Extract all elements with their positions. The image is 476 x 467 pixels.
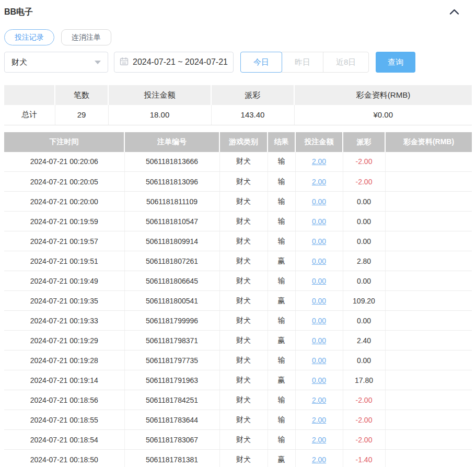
cell-result: 输 xyxy=(268,271,295,291)
cell-bonus xyxy=(385,351,472,370)
panel-header: BB电子 xyxy=(4,0,472,18)
game-select[interactable]: 财犬 xyxy=(4,52,108,73)
cell-bonus xyxy=(385,311,472,331)
cell-game-type: 财犬 xyxy=(219,192,268,212)
bet-amount-link[interactable]: 2.00 xyxy=(312,416,326,424)
bet-amount-link[interactable]: 0.00 xyxy=(312,317,326,325)
bet-amount-link[interactable]: 0.00 xyxy=(312,257,326,265)
cell-bonus xyxy=(385,450,472,467)
cell-bet-amount: 0.00 xyxy=(295,331,343,351)
header-result: 结果 xyxy=(268,132,295,152)
quick-date-group: 今日 昨日 近8日 xyxy=(240,52,369,73)
cell-bet-amount: 0.00 xyxy=(295,291,343,311)
cell-bet-time: 2024-07-21 00:19:49 xyxy=(4,271,124,291)
cell-bonus xyxy=(385,430,472,450)
cell-order-number: 5061181809914 xyxy=(124,231,219,251)
summary-header-count: 笔数 xyxy=(55,85,108,105)
bet-amount-link[interactable]: 0.00 xyxy=(312,237,326,246)
header-game-type: 游戏类别 xyxy=(219,132,268,152)
summary-header-row: 笔数 投注金额 派彩 彩金资料(RMB) xyxy=(4,85,472,105)
cell-payout: 109.20 xyxy=(343,291,385,311)
cell-payout: -2.00 xyxy=(343,172,385,192)
cell-result: 输 xyxy=(268,430,295,450)
date-range-input[interactable]: 2024-07-21 ~ 2024-07-21 xyxy=(114,52,234,73)
bet-amount-link[interactable]: 0.00 xyxy=(312,376,326,384)
quick-date-today-button[interactable]: 今日 xyxy=(240,52,282,73)
cell-bonus xyxy=(385,410,472,430)
cell-game-type: 财犬 xyxy=(219,291,268,311)
bet-amount-link[interactable]: 0.00 xyxy=(312,217,326,226)
cell-result: 赢 xyxy=(268,251,295,271)
tab-bar: 投注记录 连消注单 xyxy=(4,29,472,45)
bet-amount-link[interactable]: 0.00 xyxy=(312,277,326,285)
tab-bet-records[interactable]: 投注记录 xyxy=(4,29,54,45)
cell-order-number: 5061181811109 xyxy=(124,192,219,212)
tab-void-orders[interactable]: 连消注单 xyxy=(61,29,111,45)
summary-total-row: 总计 29 18.00 143.40 ¥0.00 xyxy=(4,105,472,125)
cell-result: 输 xyxy=(268,212,295,231)
cell-game-type: 财犬 xyxy=(219,410,268,430)
cell-game-type: 财犬 xyxy=(219,311,268,331)
table-row: 2024-07-21 00:19:29 5061181798371 财犬 赢 0… xyxy=(4,331,472,351)
cell-result: 输 xyxy=(268,410,295,430)
cell-bet-time: 2024-07-21 00:20:00 xyxy=(4,192,124,212)
bet-amount-link[interactable]: 0.00 xyxy=(312,356,326,365)
cell-payout: -2.00 xyxy=(343,390,385,410)
bet-amount-link[interactable]: 0.00 xyxy=(312,336,326,345)
search-button[interactable]: 查询 xyxy=(376,52,415,73)
bet-amount-link[interactable]: 0.00 xyxy=(312,297,326,305)
cell-game-type: 财犬 xyxy=(219,231,268,251)
cell-order-number: 5061181798371 xyxy=(124,331,219,351)
cell-bet-amount: 0.00 xyxy=(295,251,343,271)
cell-bet-time: 2024-07-21 00:19:33 xyxy=(4,311,124,331)
cell-game-type: 财犬 xyxy=(219,450,268,467)
cell-order-number: 5061181781381 xyxy=(124,450,219,467)
cell-bet-time: 2024-07-21 00:18:56 xyxy=(4,390,124,410)
summary-table: 笔数 投注金额 派彩 彩金资料(RMB) 总计 29 18.00 143.40 … xyxy=(4,85,472,125)
bet-amount-link[interactable]: 2.00 xyxy=(312,436,326,444)
bet-amount-link[interactable]: 2.00 xyxy=(312,396,326,404)
collapse-button[interactable] xyxy=(448,7,460,17)
cell-bet-amount: 2.00 xyxy=(295,430,343,450)
cell-bet-time: 2024-07-21 00:18:50 xyxy=(4,450,124,467)
summary-header-blank xyxy=(4,85,55,105)
table-row: 2024-07-21 00:18:50 5061181781381 财犬 赢 2… xyxy=(4,450,472,467)
cell-payout: 0.00 xyxy=(343,212,385,231)
bet-amount-link[interactable]: 2.00 xyxy=(312,157,326,166)
cell-game-type: 财犬 xyxy=(219,152,268,172)
cell-payout: -2.00 xyxy=(343,430,385,450)
cell-bonus xyxy=(385,172,472,192)
summary-total-label: 总计 xyxy=(4,105,55,125)
table-row: 2024-07-21 00:19:49 5061181806645 财犬 输 0… xyxy=(4,271,472,291)
cell-order-number: 5061181797735 xyxy=(124,351,219,370)
cell-bet-time: 2024-07-21 00:18:54 xyxy=(4,430,124,450)
cell-bet-amount: 2.00 xyxy=(295,390,343,410)
cell-order-number: 5061181800541 xyxy=(124,291,219,311)
cell-bonus xyxy=(385,231,472,251)
bet-amount-link[interactable]: 2.00 xyxy=(312,456,326,464)
summary-total-count: 29 xyxy=(55,105,108,125)
cell-result: 输 xyxy=(268,311,295,331)
cell-result: 赢 xyxy=(268,331,295,351)
bet-table-body: 2024-07-21 00:20:06 5061181813666 财犬 输 2… xyxy=(4,152,472,467)
cell-bet-amount: 0.00 xyxy=(295,231,343,251)
cell-payout: 0.00 xyxy=(343,192,385,212)
quick-date-last8days-button[interactable]: 近8日 xyxy=(323,52,369,73)
cell-bet-amount: 2.00 xyxy=(295,152,343,172)
cell-result: 输 xyxy=(268,231,295,251)
cell-bet-amount: 0.00 xyxy=(295,271,343,291)
cell-bet-time: 2024-07-21 00:19:35 xyxy=(4,291,124,311)
cell-bet-time: 2024-07-21 00:18:55 xyxy=(4,410,124,430)
table-row: 2024-07-21 00:19:35 5061181800541 财犬 赢 0… xyxy=(4,291,472,311)
bet-amount-link[interactable]: 0.00 xyxy=(312,197,326,206)
bet-amount-link[interactable]: 2.00 xyxy=(312,178,326,186)
cell-payout: -2.00 xyxy=(343,152,385,172)
page-title: BB电子 xyxy=(4,7,33,18)
table-row: 2024-07-21 00:20:06 5061181813666 财犬 输 2… xyxy=(4,152,472,172)
cell-game-type: 财犬 xyxy=(219,430,268,450)
cell-bet-amount: 0.00 xyxy=(295,370,343,390)
cell-order-number: 5061181791963 xyxy=(124,370,219,390)
cell-order-number: 5061181783644 xyxy=(124,410,219,430)
table-row: 2024-07-21 00:18:55 5061181783644 财犬 输 2… xyxy=(4,410,472,430)
quick-date-yesterday-button[interactable]: 昨日 xyxy=(282,52,323,73)
